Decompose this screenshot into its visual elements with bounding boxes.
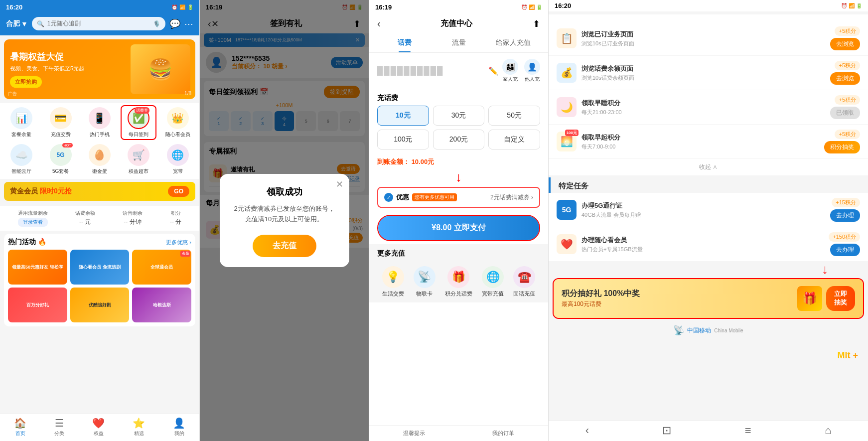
tab-话费[interactable]: 话费 (377, 33, 432, 52)
special-task2-btn[interactable]: 去办理 (830, 244, 860, 256)
p1-location[interactable]: 合肥 ▼ (6, 19, 28, 28)
daily-tasks-header (549, 14, 868, 21)
stat-话费: 话费余额 -- 元 (75, 210, 95, 227)
p1-hot-section: 热门活动 🔥 更多优惠 › 领最高50元惠好友 轻松享 随心看会员 免流追剧 全… (4, 234, 195, 326)
p3-bottom-bar: 温馨提示 我的订单 (369, 425, 548, 441)
act-card-4[interactable]: 百万分好礼 (8, 288, 67, 322)
p3-coupon-box[interactable]: ✓ 优惠 您有更多优惠可用 2元话费满减券 › (377, 187, 540, 208)
tab-流量[interactable]: 流量 (432, 33, 486, 52)
china-mobile-logo: 📡 中国移动 China Mobile (549, 320, 868, 341)
act-card-2[interactable]: 随心看会员 免流追剧 (70, 250, 130, 285)
other-charge-btn[interactable]: 👤 他人充 (524, 59, 540, 83)
p1-status-icons: ⏰ 📶 🔋 (171, 4, 193, 10)
banner-image: 🍔 (131, 44, 190, 94)
search-icon: 🔍 (37, 20, 44, 27)
p2-modal: ✕ 领取成功 2元话费满减券已发放至您的账号，充值满10元及以上可使用。 去充值 (220, 174, 349, 267)
p1-header-icons: 💬 ⋯ (169, 18, 193, 29)
more-宽带充值[interactable]: 🌐 宽带充值 (482, 266, 504, 297)
tab-给家人充值[interactable]: 给家人充值 (486, 33, 540, 52)
amount-custom[interactable]: 自定义 (488, 130, 540, 149)
p3-warm-tips[interactable]: 温馨提示 (369, 426, 459, 441)
gold-go-btn[interactable]: GO (168, 186, 189, 197)
nav-精选[interactable]: ⭐ 精选 (133, 417, 145, 437)
pay-btn[interactable]: ¥8.00 立即支付 (378, 216, 539, 240)
special-task1-btn[interactable]: 去办理 (830, 209, 860, 222)
more-固话充值[interactable]: ☎️ 固话充值 (513, 266, 535, 297)
p1-icons-row2: ☁️ 智能云厅 5G HOT 5G套餐 🥚 砸金蛋 🛒 权益超市 🌐 宽带 (0, 142, 199, 179)
icon-5G套餐[interactable]: 5G HOT 5G套餐 (46, 144, 76, 175)
modal-close-btn[interactable]: ✕ (336, 179, 343, 190)
p4-task-list: 📋 浏览已订业务页面 浏览10s已订业务页面 +5积分 去浏览 💰 浏览话费余额… (549, 11, 868, 441)
p1-gold-banner[interactable]: 黄金会员 限时0元抢 GO (4, 182, 195, 201)
p3-more-icons: 💡 生活交费 📡 物联卡 🎁 积分兑话费 🌐 宽带充值 ☎️ 固话充值 (369, 261, 548, 302)
task-card-1: 📋 浏览已订业务页面 浏览10s已订业务页面 +5积分 去浏览 (549, 21, 868, 55)
p4-nav-home[interactable]: ⊡ (662, 424, 671, 437)
amount-10[interactable]: 10元 (377, 106, 429, 126)
p1-header: 合肥 ▼ 🔍 1元随心追剧 🎙️ 💬 ⋯ (0, 14, 199, 35)
p3-phone-row: ██████████ ✏️ 👨‍👩‍👧 家人充 👤 他人充 (369, 53, 548, 89)
icon-智能云厅[interactable]: ☁️ 智能云厅 (6, 144, 36, 175)
stat-积分: 积分 -- 分 (170, 210, 181, 227)
nav-权益[interactable]: ❤️ 权益 (92, 417, 105, 437)
p4-nav-back[interactable]: ‹ (585, 424, 589, 437)
icon-热门手机[interactable]: 📱 热门手机 (85, 107, 115, 138)
p1-search-bar[interactable]: 🔍 1元随心追剧 🎙️ (32, 17, 165, 30)
collapse-btn[interactable]: 收起 ∧ (549, 159, 868, 175)
p3-tabs: 话费 流量 给家人充值 (369, 33, 548, 53)
special-task-1: 5G 办理5G通行证 40GB大流量 会员每月赠 +15积分 去办理 (549, 193, 868, 227)
p3-header: ‹ 充值中心 ⬆ (369, 14, 548, 33)
act-card-5[interactable]: 优酷追好剧 (70, 288, 130, 322)
icon-每日签到[interactable]: ✅ 话费券 每日签到 (124, 107, 153, 138)
more-icon[interactable]: ⋯ (184, 18, 193, 29)
task4-lottery-btn[interactable]: 积分抽奖 (824, 141, 860, 153)
icon-砸金蛋[interactable]: 🥚 砸金蛋 (85, 144, 115, 175)
nav-首页[interactable]: 🏠 首页 (14, 417, 26, 437)
icon-套餐余量[interactable]: 📊 套餐余量 (6, 107, 36, 138)
p1-banner[interactable]: 暑期权益大促 视频、美食、下午茶低至5元起 立即抢购 🍔 广告 1/8 (4, 39, 195, 99)
p3-my-orders[interactable]: 我的订单 (459, 426, 549, 441)
act-card-3[interactable]: 全球通会员 会员 (132, 250, 191, 285)
task-card-4: 🌅 100元 领取早起积分 每天7:00-9:00 +5积分 积分抽奖 (549, 125, 868, 158)
panel-4: 16:20 ⏰ 📶 🔋 📋 浏览已订业务页面 浏览10s已订业务页面 +5积分 … (548, 0, 868, 441)
more-物联卡[interactable]: 📡 物联卡 (414, 266, 435, 297)
family-charge-btn[interactable]: 👨‍👩‍👧 家人充 (502, 59, 518, 83)
more-btn[interactable]: 更多优惠 › (166, 239, 191, 246)
p3-share-btn[interactable]: ⬆ (533, 18, 540, 29)
more-积分兑话费[interactable]: 🎁 积分兑话费 (445, 266, 472, 297)
special-tasks-header: 特定任务 (549, 177, 868, 193)
p1-icons-row1: 📊 套餐余量 💳 充值交费 📱 热门手机 ✅ 话费券 每日签到 👑 随心看会员 (0, 103, 199, 142)
amount-30[interactable]: 30元 (433, 106, 485, 126)
mic-icon: 🎙️ (153, 20, 160, 27)
edit-phone-btn[interactable]: ✏️ (488, 66, 498, 76)
amount-100[interactable]: 100元 (377, 130, 429, 149)
more-生活交费[interactable]: 💡 生活交费 (382, 266, 404, 297)
p4-nav-main[interactable]: ⌂ (825, 424, 831, 437)
p1-time: 16:20 (6, 3, 22, 11)
task2-go-btn[interactable]: 去浏览 (830, 72, 860, 85)
p3-back-btn[interactable]: ‹ (377, 18, 381, 29)
act-card-6[interactable]: 哈根达斯 (132, 288, 191, 322)
icon-权益超市[interactable]: 🛒 权益超市 (124, 144, 153, 175)
panel-1: 16:20 ⏰ 📶 🔋 合肥 ▼ 🔍 1元随心追剧 🎙️ 💬 ⋯ 暑期权益大促 … (0, 0, 199, 441)
stat-流量: 通用流量剩余 登录查看 (18, 210, 48, 227)
amount-50[interactable]: 50元 (488, 106, 540, 126)
p3-status-bar: 16:19 ⏰ 📶 🔋 (369, 0, 548, 14)
task3-done-btn[interactable]: 已领取 (830, 107, 860, 119)
amount-200[interactable]: 200元 (433, 130, 485, 149)
promo-banner-wrapper: 积分抽好礼 100%中奖 最高100元话费 🎁 立即抽奖 (553, 278, 864, 319)
icon-充值交费[interactable]: 💳 充值交费 (46, 107, 76, 138)
promo-draw-btn[interactable]: 立即抽奖 (826, 286, 855, 311)
act-card-1[interactable]: 领最高50元惠好友 轻松享 (8, 250, 67, 285)
icon-宽带[interactable]: 🌐 宽带 (163, 144, 193, 175)
icon-随心看会员[interactable]: 👑 随心看会员 (163, 107, 193, 138)
modal-recharge-btn[interactable]: 去充值 (253, 235, 316, 257)
stat-语音: 语音剩余 -- 分钟 (123, 210, 143, 227)
task1-go-btn[interactable]: 去浏览 (830, 38, 860, 50)
p2-modal-overlay[interactable]: ✕ 领取成功 2元话费满减券已发放至您的账号，充值满10元及以上可使用。 去充值 (200, 0, 369, 441)
nav-分类[interactable]: ☰ 分类 (54, 417, 64, 437)
message-icon[interactable]: 💬 (169, 18, 180, 29)
p4-nav-menu[interactable]: ≡ (745, 424, 751, 437)
p4-promo-banner[interactable]: 积分抽好礼 100%中奖 最高100元话费 🎁 立即抽奖 (554, 279, 863, 318)
nav-我的[interactable]: 👤 我的 (173, 417, 185, 437)
login-btn[interactable]: 登录查看 (18, 218, 48, 227)
